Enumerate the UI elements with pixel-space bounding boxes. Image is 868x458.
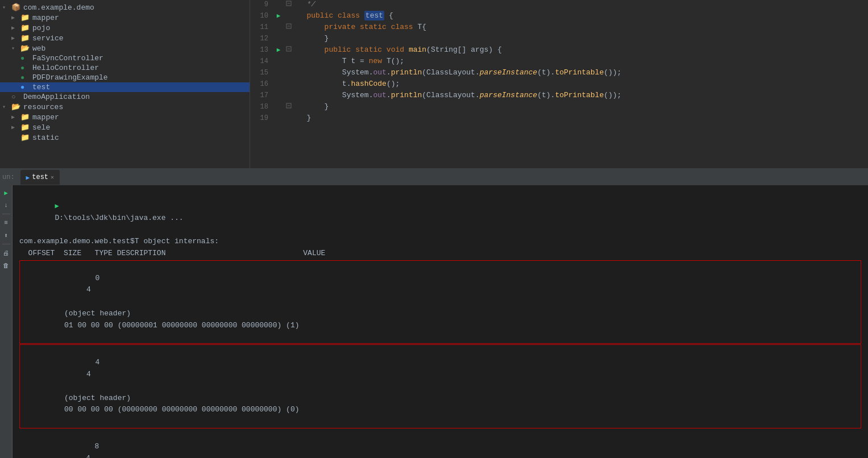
bottom-panel: un: ▶ test ✕ ▶ ↓ ≡ ⬆ 🖨 🗑 ▶ D:\tools\Jdk\… [0,168,868,458]
folder-icon: 📁 [20,13,31,22]
tree-label: DemoApplication [23,93,90,101]
collapse-arrow: ▾ [2,4,11,11]
tree-item-HelloController[interactable]: ● HelloController [0,63,250,73]
fold-11[interactable] [284,23,293,29]
tree-item-FaSyncController[interactable]: ● FaSyncController [0,53,250,63]
code-content-17: System.out.println(ClassLayout.parseInst… [293,91,866,99]
folder-icon: 📁 [20,23,31,32]
row-value: 00 00 00 00 (00000000 00000000 00000000 … [64,405,299,414]
tree-item-resources[interactable]: ▾ 📂 resources [0,102,250,112]
pin-button[interactable]: ⬆ [1,230,11,240]
print-button[interactable]: 🖨 [1,248,11,258]
row-desc: (object header) [64,309,251,318]
folder-icon: 📁 [20,123,31,132]
expand-arrow: ▶ [11,114,20,120]
gutter-10[interactable]: ▶ [273,12,284,19]
expand-arrow: ▶ [11,14,20,21]
tree-item-test[interactable]: ● test [0,82,250,92]
code-line-19: 19 } [250,114,868,125]
tree-label: mapper [32,14,59,22]
section1-columns: OFFSET SIZE TYPE DESCRIPTION VALUE [19,248,861,260]
code-line-16: 16 t.hashCode(); [250,80,868,91]
tree-item-service[interactable]: ▶ 📁 service [0,33,250,43]
tree-item-DemoApplication[interactable]: ○ DemoApplication [0,92,250,102]
tree-label: mapper [32,113,59,122]
tree-label: static [32,134,59,142]
console-command: ▶ D:\tools\Jdk\bin\java.exe ... [19,189,861,236]
section1-row-1: 4 4 (object header) 00 00 00 00 (0000000… [19,344,861,428]
row-offset: 4 [64,358,99,367]
tree-item-mapper-res[interactable]: ▶ 📁 mapper [0,112,250,122]
wrap-button[interactable]: ≡ [1,218,11,228]
code-line-12: 12 } [250,34,868,45]
package-icon: 📦 [11,3,22,12]
code-content-9: */ [293,0,866,9]
tree-label: sele [32,123,50,132]
scroll-down-button[interactable]: ↓ [1,200,11,210]
tree-item-com-example-demo[interactable]: ▾ 📦 com.example.demo [0,2,250,13]
tree-item-PDFDrawingExample[interactable]: ● PDFDrawingExample [0,73,250,82]
tree-item-mapper[interactable]: ▶ 📁 mapper [0,13,250,23]
code-content-18: } [293,102,866,111]
tree-label: HelloController [32,64,99,72]
tree-label: resources [23,103,63,111]
console-toolbar: ▶ ↓ ≡ ⬆ 🖨 🗑 [0,185,13,458]
row-size: 4 [64,285,91,294]
console-tab-test[interactable]: ▶ test ✕ [20,170,60,185]
fold-18[interactable] [284,103,293,109]
code-line-11: 11 private static class T{ [250,23,868,34]
line-number-16: 16 [252,80,268,88]
expand-arrow: ▶ [11,124,20,131]
section1-row-0: 0 4 (object header) 01 00 00 00 (0000000… [19,260,861,344]
line-number-11: 11 [252,23,268,31]
folder-open-icon: 📂 [20,44,31,53]
code-content-12: } [293,34,866,43]
line-number-10: 10 [252,12,268,20]
row-value: 01 00 00 00 (00000001 00000000 00000000 … [64,321,299,330]
section1-row-2: 8 4 (object header) 43 c1 00 f8 (0100001… [19,429,861,458]
code-content-14: T t = new T(); [293,57,866,65]
section1-header: com.example.demo.web.test$T object inter… [19,236,861,248]
java-file-icon: ● [20,74,31,82]
java-file-icon: ○ [11,93,22,101]
tree-label: FaSyncController [32,54,103,63]
tab-bar: un: ▶ test ✕ [0,169,868,185]
folder-open-icon: 📂 [11,102,22,111]
code-line-18: 18 } [250,102,868,114]
tree-label: com.example.demo [23,3,94,12]
tab-icon: ▶ [26,174,30,181]
tree-item-web[interactable]: ▾ 📂 web [0,43,250,53]
tab-prefix: un: [2,173,15,181]
collapse-arrow: ▾ [11,45,20,52]
code-line-15: 15 System.out.println(ClassLayout.parseI… [250,68,868,80]
line-number-19: 19 [252,114,268,122]
collapse-arrow: ▾ [2,103,11,110]
clear-button[interactable]: 🗑 [1,260,11,270]
tree-item-sele[interactable]: ▶ 📁 sele [0,122,250,132]
fold-9 [284,1,293,6]
code-line-14: 14 T t = new T(); [250,57,868,68]
code-line-10: 10 ▶ public class test { [250,11,868,23]
sidebar: ▾ 📦 com.example.demo ▶ 📁 mapper ▶ 📁 pojo… [0,0,250,168]
line-number-13: 13 [252,46,268,54]
console-area: ▶ ↓ ≡ ⬆ 🖨 🗑 ▶ D:\tools\Jdk\bin\java.exe … [0,185,868,458]
folder-icon: 📁 [20,113,31,122]
fold-13[interactable] [284,46,293,52]
line-number-12: 12 [252,35,268,43]
row-size: 4 [64,454,90,458]
gutter-13[interactable]: ▶ [273,46,284,53]
line-number-17: 17 [252,91,268,99]
run-arrow-icon: ▶ [55,202,59,210]
line-number-9: 9 [252,1,268,9]
tab-close-button[interactable]: ✕ [51,174,54,181]
tree-item-static[interactable]: 📁 static [0,132,250,143]
tree-label: service [32,34,64,43]
code-line-13: 13 ▶ public static void main(String[] ar… [250,45,868,57]
code-content-19: } [293,114,866,122]
tree-item-pojo[interactable]: ▶ 📁 pojo [0,23,250,33]
java-file-icon: ● [20,64,31,72]
scroll-up-button[interactable]: ▶ [1,188,11,198]
row-type [64,382,86,390]
main-area: ▾ 📦 com.example.demo ▶ 📁 mapper ▶ 📁 pojo… [0,0,868,168]
tree-label: PDFDrawingExample [32,73,108,82]
